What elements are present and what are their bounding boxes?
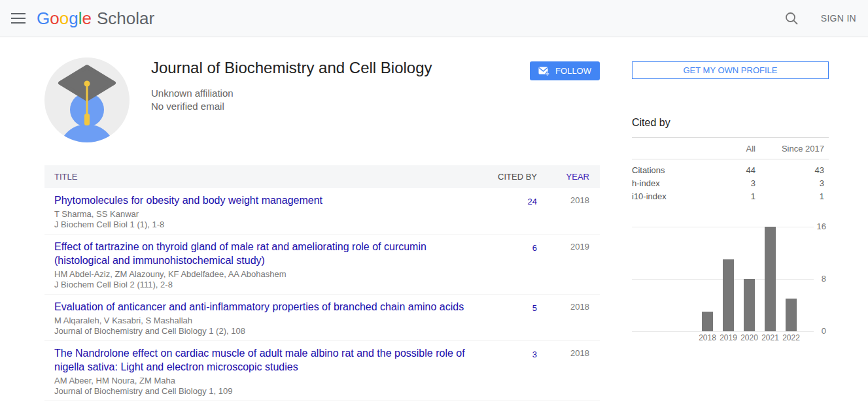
metric-label: i10-index <box>632 190 718 203</box>
citation-bar-2019[interactable] <box>723 259 734 331</box>
publication-authors: M Alqaraleh, V Kasabri, S Mashallah <box>54 316 468 326</box>
follow-button[interactable]: FOLLOW <box>530 61 600 80</box>
logo-letter: o <box>60 8 69 28</box>
cited-by-table-header: All Since 2017 <box>632 138 829 159</box>
publication-year: 2019 <box>537 406 600 409</box>
citation-bar-2020[interactable] <box>744 279 755 331</box>
chart-ytick-label: 8 <box>810 274 826 284</box>
hamburger-icon <box>11 13 26 24</box>
publication-venue: J Biochem Cell Biol 1 (1), 1-8 <box>54 220 468 230</box>
publication-title-link[interactable]: Evaluation of anticancer and anti-inflam… <box>54 300 468 314</box>
main-content: Journal of Biochemistry and Cell Biology… <box>0 37 868 409</box>
get-my-own-profile-button[interactable]: GET MY OWN PROFILE <box>632 61 829 79</box>
metric-all-value: 1 <box>718 190 755 203</box>
citation-bar-2018[interactable] <box>702 312 713 331</box>
metric-since-value: 3 <box>755 177 824 190</box>
publication-title-link[interactable]: Effect of tartrazine on thyroid gland of… <box>54 240 468 267</box>
chart-ytick-label: 16 <box>810 221 826 231</box>
logo-letter: G <box>37 8 50 28</box>
google-scholar-logo[interactable]: Google Scholar <box>37 8 154 29</box>
publication-authors: HM Abdel-Aziz, ZM Alazouny, KF Abdelfade… <box>54 269 468 280</box>
citations-per-year-chart: 081620182019202020212022 <box>632 227 829 342</box>
publication-title-link[interactable]: The Nandrolone effect on cardiac muscle … <box>54 346 468 374</box>
publication-authors: T Sharma, SS Kanwar <box>54 209 468 220</box>
publication-row: Light and electron microscopic study on … <box>44 401 600 409</box>
publication-year: 2018 <box>537 346 600 397</box>
publication-cited-by-count[interactable]: 6 <box>532 243 537 253</box>
publication-cited-by-count[interactable]: 3 <box>532 350 537 359</box>
cited-by-metric-row: Citations 44 43 <box>632 164 829 177</box>
sort-by-title-link[interactable]: TITLE <box>44 172 468 182</box>
sort-by-cited-link[interactable]: CITED BY <box>468 172 537 182</box>
metric-all-value: 44 <box>718 164 755 177</box>
logo-letter: g <box>69 8 78 28</box>
profile-avatar <box>44 57 130 142</box>
sign-in-link[interactable]: SIGN IN <box>821 13 856 24</box>
cited-by-col-all: All <box>718 144 755 154</box>
scholar-logo-text: Scholar <box>97 8 154 29</box>
publications-header-row: TITLE CITED BY YEAR <box>44 165 600 188</box>
publication-year: 2018 <box>537 193 600 230</box>
chart-gridline <box>632 331 814 332</box>
publication-authors: AM Abeer, HM Noura, ZM Maha <box>54 376 468 386</box>
top-bar: Google Scholar SIGN IN <box>0 0 868 37</box>
cited-by-table: All Since 2017 Citations 44 43 h-index 3… <box>632 138 829 203</box>
envelope-plus-icon <box>538 67 550 76</box>
publication-venue: Journal of Biochemistry and Cell Biology… <box>54 326 468 336</box>
sort-by-year-link[interactable]: YEAR <box>537 172 600 182</box>
cited-by-heading: Cited by <box>632 117 829 129</box>
citation-bar-2022[interactable] <box>786 299 797 331</box>
cited-by-col-since: Since 2017 <box>755 144 824 154</box>
logo-letter: e <box>82 8 91 28</box>
publication-cited-by-count[interactable]: 24 <box>528 197 537 206</box>
metric-label: h-index <box>632 177 718 190</box>
publication-cited-by-count[interactable]: 5 <box>532 303 537 313</box>
publication-venue: Journal of Biochemistry and Cell Biology… <box>54 386 468 397</box>
menu-button[interactable] <box>0 0 37 37</box>
citation-bar-2021[interactable] <box>765 227 776 331</box>
publication-row: The Nandrolone effect on cardiac muscle … <box>44 341 600 401</box>
profile-email: No verified email <box>151 100 432 113</box>
publications-table: TITLE CITED BY YEAR Phytomolecules for o… <box>44 165 600 409</box>
chart-gridline <box>632 227 814 227</box>
chart-year-label: 2021 <box>759 333 781 342</box>
publication-row: Effect of tartrazine on thyroid gland of… <box>44 235 600 295</box>
chart-ytick-label: 0 <box>810 326 826 336</box>
metric-since-value: 43 <box>755 164 824 177</box>
metric-since-value: 1 <box>755 190 824 203</box>
metric-label: Citations <box>632 164 718 177</box>
search-button[interactable] <box>785 12 799 25</box>
publication-year: 2019 <box>537 240 600 290</box>
profile-header: Journal of Biochemistry and Cell Biology… <box>44 57 600 142</box>
publication-row: Phytomolecules for obesity and body weig… <box>44 188 600 235</box>
metric-all-value: 3 <box>718 177 755 190</box>
chart-year-label: 2019 <box>718 333 739 342</box>
google-logo-text: Google <box>37 8 92 29</box>
follow-button-label: FOLLOW <box>555 66 591 76</box>
publication-title-link[interactable]: Phytomolecules for obesity and body weig… <box>54 193 468 207</box>
logo-letter: o <box>50 8 59 28</box>
publication-title-link[interactable]: Light and electron microscopic study on … <box>54 406 468 409</box>
chart-year-label: 2022 <box>780 333 802 342</box>
publication-year: 2018 <box>537 300 600 336</box>
chart-year-label: 2018 <box>697 333 718 342</box>
profile-affiliation: Unknown affiliation <box>151 87 432 100</box>
page-title: Journal of Biochemistry and Cell Biology <box>151 59 432 77</box>
publication-venue: J Biochem Cell Biol 2 (111), 2-8 <box>54 280 468 290</box>
cited-by-metric-row: i10-index 1 1 <box>632 190 829 203</box>
chart-year-label: 2020 <box>738 333 760 342</box>
cited-by-metric-row: h-index 3 3 <box>632 177 829 190</box>
search-icon <box>785 12 799 25</box>
publication-row: Evaluation of anticancer and anti-inflam… <box>44 295 600 341</box>
